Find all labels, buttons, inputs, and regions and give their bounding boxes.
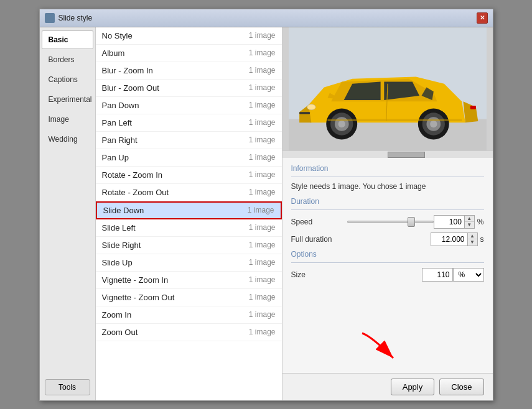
full-duration-unit: s: [480, 235, 484, 244]
title-bar-left: Slide style: [45, 13, 93, 23]
window-icon: [45, 13, 55, 23]
style-list-item[interactable]: Zoom Out1 image: [96, 324, 282, 341]
style-list-item[interactable]: Slide Down1 image: [96, 201, 282, 219]
sidebar-item-image[interactable]: Image: [42, 110, 93, 129]
sidebar-item-borders[interactable]: Borders: [42, 50, 93, 69]
style-list-item[interactable]: Pan Right1 image: [96, 132, 282, 149]
style-list-item[interactable]: Pan Left1 image: [96, 114, 282, 132]
bottom-buttons: Apply Close: [282, 373, 493, 400]
size-row: Size % px %: [291, 268, 484, 282]
slide-style-dialog: Slide style ✕ Basic Borders Captions Exp…: [39, 9, 493, 401]
close-window-button[interactable]: ✕: [477, 12, 488, 24]
style-list-item[interactable]: Zoom In1 image: [96, 306, 282, 324]
window-title: Slide style: [58, 14, 93, 22]
style-list-item[interactable]: Vignette - Zoom Out1 image: [96, 289, 282, 306]
svg-point-12: [430, 120, 437, 127]
full-duration-row: Full duration ▲ ▼ s: [291, 232, 484, 246]
style-list-item[interactable]: Rotate - Zoom In1 image: [96, 167, 282, 184]
style-list-item[interactable]: Slide Right1 image: [96, 237, 282, 254]
speed-spin-up[interactable]: ▲: [465, 216, 474, 223]
information-section-label: Information: [291, 164, 484, 174]
preview-scrollbar[interactable]: [282, 150, 493, 158]
title-bar: Slide style ✕: [40, 9, 493, 27]
preview-area: [282, 27, 493, 158]
sidebar-item-wedding[interactable]: Wedding: [42, 130, 93, 149]
speed-unit: %: [477, 218, 484, 226]
duration-section-label: Duration: [291, 197, 484, 207]
style-list-item[interactable]: Pan Down1 image: [96, 97, 282, 114]
size-value-input[interactable]: [422, 268, 453, 282]
svg-point-3: [307, 104, 315, 109]
style-list-item[interactable]: Pan Up1 image: [96, 149, 282, 167]
full-duration-input[interactable]: [431, 232, 468, 246]
full-duration-spin-down[interactable]: ▼: [468, 239, 477, 246]
style-list-item[interactable]: Blur - Zoom Out1 image: [96, 80, 282, 97]
sidebar-item-captions[interactable]: Captions: [42, 70, 93, 89]
full-duration-label: Full duration: [291, 235, 347, 244]
right-panel: Information Style needs 1 image. You cho…: [282, 27, 493, 400]
style-list[interactable]: No Style1 imageAlbum1 imageBlur - Zoom I…: [96, 27, 282, 400]
preview-scroll-thumb: [388, 152, 425, 158]
style-list-item[interactable]: Blur - Zoom In1 image: [96, 62, 282, 80]
full-duration-spin-up[interactable]: ▲: [468, 233, 477, 240]
svg-rect-4: [470, 106, 475, 109]
svg-point-8: [338, 120, 345, 127]
speed-label: Speed: [291, 218, 347, 226]
speed-spinbox: ▲ ▼: [465, 215, 475, 229]
duration-divider: [291, 209, 484, 210]
sidebar-bottom: Tools: [40, 374, 95, 400]
speed-slider-track: [347, 221, 434, 223]
car-preview-image: [282, 27, 493, 158]
style-list-container: No Style1 imageAlbum1 imageBlur - Zoom I…: [96, 27, 282, 400]
style-list-item[interactable]: Vignette - Zoom In1 image: [96, 272, 282, 289]
sidebar-item-experimental[interactable]: Experimental: [42, 90, 93, 109]
sidebar: Basic Borders Captions Experimental Imag…: [40, 27, 96, 400]
speed-slider-thumb[interactable]: [408, 217, 415, 227]
speed-spin-down[interactable]: ▼: [465, 222, 474, 228]
window-body: Basic Borders Captions Experimental Imag…: [40, 27, 493, 400]
style-list-item[interactable]: Slide Up1 image: [96, 254, 282, 272]
speed-row: Speed ▲ ▼ %: [291, 215, 484, 229]
style-list-item[interactable]: Album1 image: [96, 45, 282, 62]
sidebar-item-basic[interactable]: Basic: [42, 30, 93, 49]
options-divider: [291, 262, 484, 263]
svg-rect-2: [299, 112, 310, 114]
size-label: Size: [291, 270, 347, 279]
style-list-item[interactable]: No Style1 image: [96, 27, 282, 45]
speed-slider-container[interactable]: [347, 216, 434, 228]
style-list-item[interactable]: Rotate - Zoom Out1 image: [96, 184, 282, 201]
apply-button[interactable]: Apply: [391, 379, 435, 395]
info-panel: Information Style needs 1 image. You cho…: [282, 158, 493, 373]
style-list-item[interactable]: Slide Left1 image: [96, 219, 282, 237]
information-text: Style needs 1 image. You chose 1 image: [291, 182, 484, 191]
information-divider: [291, 177, 484, 177]
close-button[interactable]: Close: [439, 379, 483, 395]
speed-value-input[interactable]: [434, 215, 465, 229]
options-section-label: Options: [291, 250, 484, 260]
full-duration-spinbox: ▲ ▼: [468, 232, 478, 246]
tools-button[interactable]: Tools: [45, 379, 90, 395]
size-unit-dropdown[interactable]: % px: [453, 268, 484, 282]
